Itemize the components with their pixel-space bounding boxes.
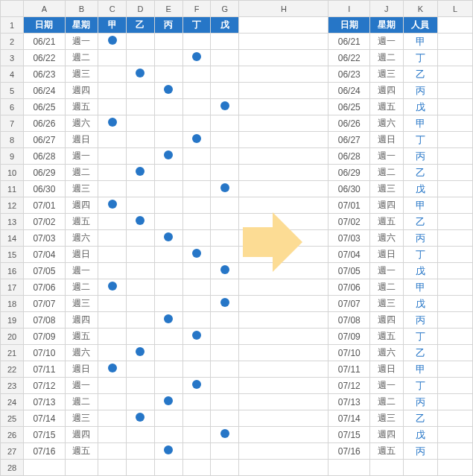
cell[interactable]	[438, 17, 473, 34]
date-cell-right[interactable]: 07/01	[328, 197, 370, 214]
weekday-cell-right[interactable]: 週六	[370, 115, 403, 132]
cell[interactable]	[239, 99, 328, 115]
cell[interactable]	[211, 410, 239, 427]
weekday-cell[interactable]: 週六	[65, 230, 98, 247]
cell[interactable]	[239, 148, 328, 165]
row-header[interactable]: 3	[1, 50, 24, 66]
mark-cell[interactable]	[127, 410, 155, 427]
mark-cell[interactable]	[154, 148, 182, 165]
weekday-cell[interactable]: 週一	[65, 378, 98, 394]
column-header-row[interactable]: A B C D E F G H I J K L	[1, 1, 473, 17]
date-cell-right[interactable]: 07/03	[328, 230, 370, 247]
cell[interactable]	[403, 460, 438, 476]
grid[interactable]: A B C D E F G H I J K L 1日期星期甲乙丙丁戊日期星期人員…	[0, 0, 473, 476]
cell[interactable]	[239, 34, 328, 50]
cell[interactable]	[438, 214, 473, 230]
weekday-cell[interactable]: 週一	[65, 148, 98, 165]
cell[interactable]	[239, 230, 328, 247]
weekday-cell[interactable]: 週五	[65, 443, 98, 460]
header-person-4[interactable]: 戊	[211, 17, 239, 34]
date-cell-right[interactable]: 06/24	[328, 83, 370, 99]
cell[interactable]	[154, 378, 182, 394]
date-cell[interactable]: 07/13	[24, 394, 66, 410]
weekday-cell-right[interactable]: 週六	[370, 230, 403, 247]
cell[interactable]	[211, 66, 239, 83]
cell[interactable]	[127, 443, 155, 460]
date-cell-right[interactable]: 06/25	[328, 99, 370, 115]
weekday-cell[interactable]: 週日	[65, 132, 98, 148]
person-cell[interactable]: 乙	[403, 345, 438, 361]
date-cell-right[interactable]: 07/11	[328, 361, 370, 378]
cell[interactable]	[154, 181, 182, 197]
cell[interactable]	[98, 99, 127, 115]
cell[interactable]	[211, 115, 239, 132]
cell[interactable]	[239, 181, 328, 197]
col-header-K[interactable]: K	[403, 1, 438, 17]
date-cell[interactable]: 06/25	[24, 99, 66, 115]
cell[interactable]	[127, 427, 155, 443]
cell[interactable]	[211, 345, 239, 361]
row-header[interactable]: 2	[1, 34, 24, 50]
cell[interactable]	[182, 410, 211, 427]
cell[interactable]	[211, 247, 239, 263]
cell[interactable]	[239, 394, 328, 410]
cell[interactable]	[154, 132, 182, 148]
date-cell[interactable]: 07/15	[24, 427, 66, 443]
cell[interactable]	[154, 165, 182, 181]
date-cell[interactable]: 06/23	[24, 66, 66, 83]
cell[interactable]	[98, 329, 127, 345]
mark-cell[interactable]	[154, 394, 182, 410]
weekday-cell[interactable]: 週四	[65, 427, 98, 443]
cell[interactable]	[154, 34, 182, 50]
row-header[interactable]: 24	[1, 394, 24, 410]
mark-cell[interactable]	[211, 427, 239, 443]
cell[interactable]	[438, 148, 473, 165]
cell[interactable]	[154, 345, 182, 361]
cell[interactable]	[65, 460, 98, 476]
cell[interactable]	[211, 148, 239, 165]
row-header[interactable]: 19	[1, 312, 24, 329]
cell[interactable]	[127, 361, 155, 378]
date-cell-right[interactable]: 07/09	[328, 329, 370, 345]
mark-cell[interactable]	[154, 312, 182, 329]
cell[interactable]	[239, 115, 328, 132]
person-cell[interactable]: 戊	[403, 181, 438, 197]
cell[interactable]	[182, 427, 211, 443]
weekday-cell-right[interactable]: 週五	[370, 329, 403, 345]
weekday-cell-right[interactable]: 週二	[370, 279, 403, 296]
cell[interactable]	[98, 83, 127, 99]
date-cell[interactable]: 07/01	[24, 197, 66, 214]
cell[interactable]	[239, 443, 328, 460]
cell[interactable]	[239, 410, 328, 427]
row-header[interactable]: 18	[1, 296, 24, 312]
cell[interactable]	[182, 83, 211, 99]
cell[interactable]	[239, 345, 328, 361]
cell[interactable]	[127, 148, 155, 165]
cell[interactable]	[98, 460, 127, 476]
cell[interactable]	[211, 230, 239, 247]
weekday-cell[interactable]: 週四	[65, 312, 98, 329]
cell[interactable]	[239, 197, 328, 214]
mark-cell[interactable]	[98, 115, 127, 132]
person-cell[interactable]: 乙	[403, 165, 438, 181]
header-weekday-right[interactable]: 星期	[370, 17, 403, 34]
person-cell[interactable]: 丁	[403, 132, 438, 148]
weekday-cell-right[interactable]: 週三	[370, 66, 403, 83]
weekday-cell-right[interactable]: 週三	[370, 296, 403, 312]
cell[interactable]	[438, 279, 473, 296]
date-cell[interactable]: 07/16	[24, 443, 66, 460]
cell[interactable]	[239, 263, 328, 279]
date-cell[interactable]: 07/14	[24, 410, 66, 427]
col-header-D[interactable]: D	[127, 1, 155, 17]
cell[interactable]	[328, 460, 370, 476]
cell[interactable]	[98, 50, 127, 66]
cell[interactable]	[98, 312, 127, 329]
cell[interactable]	[211, 312, 239, 329]
mark-cell[interactable]	[127, 214, 155, 230]
cell[interactable]	[239, 83, 328, 99]
cell[interactable]	[438, 394, 473, 410]
weekday-cell-right[interactable]: 週四	[370, 83, 403, 99]
person-cell[interactable]: 甲	[403, 34, 438, 50]
col-header-E[interactable]: E	[154, 1, 182, 17]
cell[interactable]	[127, 378, 155, 394]
